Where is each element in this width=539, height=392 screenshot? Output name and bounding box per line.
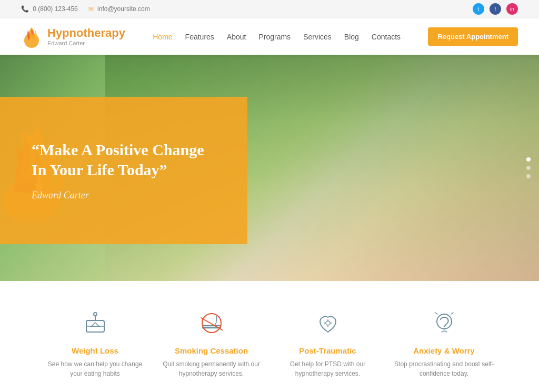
hero-section: “Make A Positive Change In Your Life Tod… [0,55,539,281]
hero-quote: “Make A Positive Change In Your Life Tod… [32,140,221,179]
email-address: info@yoursite.com [97,5,150,13]
nav-about[interactable]: About [227,33,246,41]
main-header: Hypnotherapy Edward Carter Home Features… [0,18,539,55]
services-section: Weight Loss See how we can help you chan… [0,281,539,392]
hero-author: Edward Carter [32,190,221,201]
phone-number: 0 (800) 123-456 [33,5,77,13]
smoking-icon-wrap [196,307,227,339]
anxiety-title: Anxiety & Worry [413,346,474,355]
slider-dot-3[interactable] [526,174,531,178]
ptsd-title: Post-Traumatic [299,346,356,355]
svg-point-4 [94,313,97,316]
phone-info: 📞 0 (800) 123-456 [21,5,78,13]
weight-loss-icon-wrap [79,307,111,339]
logo-title: Hypnotherapy [47,27,125,39]
hero-card: “Make A Positive Change In Your Life Tod… [0,97,247,244]
logo-text: Hypnotherapy Edward Carter [47,27,125,46]
ptsd-icon [315,310,341,336]
email-info: ✉ info@yoursite.com [88,5,150,13]
main-nav: Home Features About Programs Services Bl… [153,33,401,41]
smoking-icon [198,310,225,336]
service-weight-loss: Weight Loss See how we can help you chan… [43,307,148,378]
top-bar: 📞 0 (800) 123-456 ✉ info@yoursite.com t … [0,0,539,18]
smoking-desc: Quit smoking permanently with our hypnot… [159,359,264,378]
twitter-icon[interactable]: t [473,3,484,15]
logo-icon [21,25,42,48]
svg-point-11 [326,321,330,325]
anxiety-icon-wrap [428,307,460,339]
ptsd-icon-wrap [312,307,344,339]
anxiety-icon [431,310,457,336]
instagram-icon[interactable]: in [506,3,518,15]
weight-loss-desc: See how we can help you change your eati… [43,359,148,378]
logo-subtitle: Edward Carter [47,40,125,46]
email-icon: ✉ [88,5,94,13]
smoking-title: Smoking Cessation [175,346,248,355]
nav-home[interactable]: Home [153,33,172,41]
service-smoking: Smoking Cessation Quit smoking permanent… [159,307,264,378]
slider-dots [526,157,531,178]
anxiety-desc: Stop procrastinating and boost self-conf… [392,359,497,378]
request-appointment-button[interactable]: Request Appointment [428,27,518,46]
weight-loss-icon [82,310,108,336]
svg-point-10 [202,314,221,333]
nav-programs[interactable]: Programs [258,33,291,41]
svg-point-17 [443,328,445,330]
svg-line-18 [435,313,437,314]
svg-line-19 [451,313,453,314]
logo[interactable]: Hypnotherapy Edward Carter [21,25,125,48]
service-ptsd: Post-Traumatic Get help for PTSD with ou… [275,307,381,378]
weight-loss-title: Weight Loss [72,346,118,355]
service-anxiety: Anxiety & Worry Stop procrastinating and… [392,307,497,378]
nav-contacts[interactable]: Contacts [372,33,401,41]
nav-features[interactable]: Features [185,33,214,41]
nav-services[interactable]: Services [303,33,332,41]
top-bar-contact: 📞 0 (800) 123-456 ✉ info@yoursite.com [21,5,150,13]
social-links: t f in [473,3,518,15]
ptsd-desc: Get help for PTSD with our hypnotherapy … [275,359,381,378]
facebook-icon[interactable]: f [490,3,501,15]
nav-blog[interactable]: Blog [344,33,359,41]
phone-icon: 📞 [21,5,29,13]
slider-dot-1[interactable] [526,157,531,162]
slider-dot-2[interactable] [526,166,531,170]
